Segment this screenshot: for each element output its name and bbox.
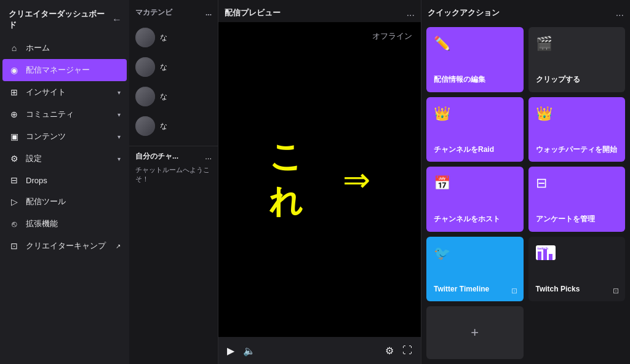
edit-stream-tile[interactable]: ✏️ 配信情報の編集	[426, 27, 524, 92]
sidebar-item-label: インサイト	[26, 87, 111, 98]
add-icon: +	[471, 325, 479, 341]
sidebar-item-label: クリエイターキャンプ	[26, 240, 110, 251]
edit-stream-label: 配信情報の編集	[434, 75, 485, 85]
main-content: マカテンビ ... な な な な	[129, 0, 630, 364]
sidebar-item-label: 配信マネージャー	[26, 65, 121, 76]
self-channel-more-button[interactable]: ...	[205, 152, 212, 161]
channel-name: な	[160, 92, 167, 102]
stream-preview-title: 配信プレビュー	[225, 7, 281, 18]
self-channel-header: 自分のチャ... ...	[135, 151, 212, 162]
twitter-icon: 🐦	[434, 245, 450, 261]
sidebar-collapse-button[interactable]: ←	[112, 14, 122, 25]
play-button[interactable]: ▶	[227, 345, 234, 357]
stream-preview-panel: 配信プレビュー ... オフライン これ ⇒ ▶ 🔈 ⚙ ⛶	[218, 0, 421, 364]
content-icon: ▣	[9, 132, 20, 141]
quick-actions-grid: ✏️ 配信情報の編集 🎬 クリップする 👑 チャンネルをRaid 👑 ウォッチパ…	[421, 22, 630, 364]
poll-tile[interactable]: ⊟ アンケートを管理	[528, 167, 626, 232]
clip-icon: 🎬	[536, 36, 552, 52]
self-channel-name: 自分のチャ...	[135, 151, 178, 162]
settings-icon: ⚙	[9, 154, 20, 164]
clip-label: クリップする	[536, 75, 580, 85]
sidebar-item-home[interactable]: ⌂ ホーム	[0, 37, 129, 59]
list-item[interactable]: な	[129, 52, 218, 82]
list-item[interactable]: な	[129, 111, 218, 141]
channel-list-panel: マカテンビ ... な な な な	[129, 0, 218, 364]
sidebar-item-label: 配信ツール	[26, 196, 121, 207]
self-channel-section: 自分のチャ... ... チャットルームへようこそ！	[129, 146, 218, 189]
sidebar-item-stream-manager[interactable]: ◉ 配信マネージャー	[2, 59, 127, 81]
list-item[interactable]: な	[129, 23, 218, 52]
stream-preview-header: 配信プレビュー ...	[218, 0, 421, 22]
stream-settings-button[interactable]: ⚙	[385, 345, 394, 357]
twitch-picks-label: Twitch Picks	[536, 285, 580, 295]
creator-camp-icon: ⊡	[9, 241, 20, 251]
community-icon: ⊕	[9, 109, 20, 119]
home-icon: ⌂	[9, 43, 20, 53]
chevron-down-icon: ▾	[118, 133, 121, 140]
watch-party-tile[interactable]: 👑 ウォッチパーティを開始	[528, 97, 626, 162]
sidebar-item-settings[interactable]: ⚙ 設定 ▾	[0, 148, 129, 170]
quick-actions-header: クイックアクション ...	[421, 0, 630, 22]
overlay-text-kore: これ	[269, 135, 337, 224]
clip-tile[interactable]: 🎬 クリップする	[528, 27, 626, 92]
poll-icon: ⊟	[536, 175, 547, 191]
sidebar-item-insights[interactable]: ⊞ インサイト ▾	[0, 81, 129, 103]
stream-tools-icon: ▷	[9, 197, 20, 207]
stream-manager-icon: ◉	[9, 65, 20, 75]
overlay-arrow-icon: ⇒	[343, 160, 370, 199]
stream-preview-more-button[interactable]: ...	[407, 7, 415, 18]
channel-list-more-button[interactable]: ...	[205, 9, 212, 17]
quick-actions-panel: クイックアクション ... ✏️ 配信情報の編集 🎬 クリップする 👑 チャンネ…	[421, 0, 630, 364]
sidebar-item-stream-tools[interactable]: ▷ 配信ツール	[0, 191, 129, 213]
external-link-icon: ↗	[116, 243, 121, 250]
poll-label: アンケートを管理	[536, 215, 595, 224]
offline-status-label: オフライン	[372, 31, 412, 42]
stream-preview-video: オフライン これ ⇒	[218, 22, 421, 337]
edit-icon: ✏️	[434, 36, 450, 52]
add-action-tile[interactable]: +	[426, 306, 524, 359]
sidebar-item-extensions[interactable]: ⎋ 拡張機能	[0, 213, 129, 235]
quick-actions-more-button[interactable]: ...	[616, 7, 624, 18]
avatar	[135, 28, 155, 47]
quick-actions-title: クイックアクション	[428, 7, 500, 18]
raid-tile[interactable]: 👑 チャンネルをRaid	[426, 97, 524, 162]
sidebar-item-drops[interactable]: ⊟ Drops	[0, 170, 129, 191]
sidebar-item-label: コミュニティ	[26, 109, 111, 120]
fullscreen-button[interactable]: ⛶	[402, 345, 412, 356]
sidebar-title: クリエイターダッシュボード	[9, 9, 112, 31]
external-icon: ⊡	[511, 287, 517, 295]
twitter-tile[interactable]: 🐦 Twitter Timeline ⊡	[426, 237, 524, 302]
chevron-down-icon: ▾	[118, 89, 121, 96]
channel-name: な	[160, 121, 167, 132]
raid-icon: 👑	[434, 106, 450, 122]
extensions-icon: ⎋	[9, 219, 20, 229]
list-item[interactable]: な	[129, 82, 218, 111]
sidebar-item-community[interactable]: ⊕ コミュニティ ▾	[0, 103, 129, 125]
twitch-picks-tile[interactable]: twitch Twitch Picks ⊡	[528, 237, 626, 302]
channel-name: な	[160, 33, 167, 43]
channel-list-header: マカテンビ ...	[129, 0, 218, 23]
channel-list-title: マカテンビ	[135, 7, 172, 18]
volume-button[interactable]: 🔈	[243, 345, 255, 357]
chevron-down-icon: ▾	[118, 156, 121, 162]
channel-name: な	[160, 62, 167, 73]
sidebar-item-content[interactable]: ▣ コンテンツ ▾	[0, 125, 129, 148]
host-icon: 📅	[434, 175, 450, 191]
drops-icon: ⊟	[9, 175, 20, 185]
sidebar-item-label: コンテンツ	[26, 131, 111, 142]
sidebar: クリエイターダッシュボード ← ⌂ ホーム ◉ 配信マネージャー ⊞ インサイト…	[0, 0, 129, 364]
avatar	[135, 116, 155, 136]
chevron-down-icon: ▾	[118, 111, 121, 118]
avatar	[135, 87, 155, 106]
watch-party-label: ウォッチパーティを開始	[536, 145, 617, 155]
host-label: チャンネルをホスト	[434, 215, 500, 224]
twitter-label: Twitter Timeline	[434, 285, 489, 295]
sidebar-item-creator-camp[interactable]: ⊡ クリエイターキャンプ ↗	[0, 235, 129, 257]
host-tile[interactable]: 📅 チャンネルをホスト	[426, 167, 524, 232]
self-channel-message: チャットルームへようこそ！	[135, 165, 212, 184]
twitch-picks-ext-icon: ⊡	[613, 287, 619, 295]
insights-icon: ⊞	[9, 87, 20, 97]
raid-label: チャンネルをRaid	[434, 145, 494, 155]
stream-controls-bar: ▶ 🔈 ⚙ ⛶	[218, 337, 421, 364]
twitch-picks-icon: twitch	[536, 245, 556, 260]
